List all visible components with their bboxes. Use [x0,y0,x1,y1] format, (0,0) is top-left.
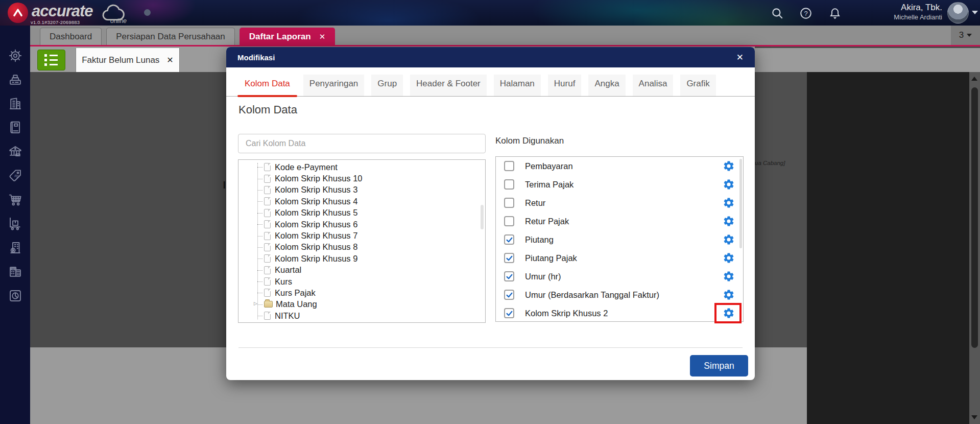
tab-faktur-belum-lunas[interactable]: Faktur Belum Lunas ✕ [76,48,180,72]
tree-item-label: Kolom Skrip Khusus 6 [275,220,357,229]
notification-bell-icon[interactable] [828,7,842,20]
tree-item-label: Mata Uang [276,299,317,309]
search-icon[interactable] [771,7,784,20]
settings-gear-icon[interactable] [8,48,23,63]
dialog-tab-analisa[interactable]: Analisa [633,75,674,96]
dialog-title: Modifikasi [237,53,275,62]
office-building-gear-icon[interactable] [8,240,23,255]
used-scrollbar-thumb[interactable] [739,159,742,248]
report-page-edge: ua Cabang] [755,72,807,347]
tree-item[interactable]: Kuartal [238,265,485,276]
used-column-row: Retur [496,194,743,212]
file-icon [264,266,271,274]
gear-wrap [723,289,735,301]
highlight-box [714,303,742,323]
dialog-tab-huruf[interactable]: Huruf [548,75,582,96]
avatar[interactable] [947,2,969,23]
dialog-tab-header-footer[interactable]: Header & Footer [410,75,487,96]
brand-name: accurate [32,2,93,20]
tax-calculator-icon[interactable]: TAX [8,264,23,279]
tree-item[interactable]: Kurs Pajak [238,287,485,298]
tab-label: Daftar Laporan [249,32,311,42]
tree-item[interactable]: Kolom Skrip Khusus 10 [238,173,485,184]
section-title: Kolom Data [238,103,297,116]
dialog-tab-angka[interactable]: Angka [588,75,625,96]
scroll-up-icon[interactable] [971,77,977,81]
close-icon[interactable]: ✕ [166,55,173,65]
user-block[interactable]: Akira, Tbk. Michelle Ardianti [894,2,942,21]
tree-item[interactable]: Kolom Skrip Khusus 9 [238,253,485,264]
checkbox-unchecked[interactable] [504,216,514,226]
checkbox-checked[interactable] [504,234,514,245]
dialog-tab-kolom-data[interactable]: Kolom Data [238,75,296,96]
journal-book-icon[interactable] [8,120,23,135]
checkbox-checked[interactable] [504,290,514,300]
tree-item[interactable]: Kolom Skrip Khusus 3 [238,184,485,196]
report-pie-chart-icon[interactable] [8,288,23,303]
column-settings-gear-icon[interactable] [723,233,735,246]
tree-item[interactable]: Kolom Skrip Khusus 6 [238,219,485,230]
hidden-tabs-count[interactable]: 3 [951,26,980,45]
used-column-label: Retur [525,198,723,208]
column-settings-gear-icon[interactable] [723,289,735,301]
column-settings-gear-icon[interactable] [723,215,735,227]
close-icon[interactable]: ✕ [736,52,744,63]
page-scrollbar[interactable] [969,72,980,424]
help-icon[interactable]: ? [799,7,812,20]
save-button[interactable]: Simpan [690,355,748,376]
tab-label: Persiapan Data Perusahaan [116,32,225,42]
price-tag-rp-icon[interactable]: Rp [8,168,23,183]
tree-item[interactable]: Kolom Skrip Khusus 5 [238,207,485,219]
checkbox-unchecked[interactable] [504,161,514,171]
tree-item[interactable]: Kurs [238,276,485,287]
tree-item[interactable]: Kode e-Payment [238,161,485,173]
column-settings-gear-icon[interactable] [723,160,735,172]
gear-wrap [723,233,735,246]
delivery-trolley-icon[interactable] [8,216,23,231]
tree-item-label: Kuartal [275,265,301,275]
file-icon [264,277,271,286]
company-building-icon[interactable] [8,96,23,111]
dialog-tab-grafik[interactable]: Grafik [680,75,715,96]
tree-item[interactable]: Kolom Skrip Khusus 8 [238,242,485,253]
tab-daftar-laporan[interactable]: Daftar Laporan✕ [240,28,336,45]
checkbox-checked[interactable] [504,253,514,263]
used-column-row: Terima Pajak [496,175,743,194]
checkbox-unchecked[interactable] [504,198,514,208]
tree-item[interactable]: NITKU [238,310,485,321]
checkbox-checked[interactable] [504,271,514,281]
search-input[interactable] [238,134,486,153]
column-settings-gear-icon[interactable] [723,197,735,209]
accurate-logo-icon[interactable] [8,3,28,23]
bank-icon[interactable] [8,144,23,159]
report-list-button[interactable] [37,50,65,70]
used-column-label: Umur (hr) [525,272,723,281]
expand-caret-icon[interactable]: ▷ [254,301,257,306]
close-icon[interactable]: ✕ [319,32,326,41]
dialog-tab-halaman[interactable]: Halaman [494,75,541,96]
used-column-label: Terima Pajak [525,180,723,190]
scroll-down-icon[interactable] [971,415,977,419]
dialog-tab-grup[interactable]: Grup [371,75,403,96]
checkbox-unchecked[interactable] [504,179,514,190]
tab-dashboard[interactable]: Dashboard [40,28,102,45]
dialog-tab-penyaringan[interactable]: Penyaringan [303,75,364,96]
chevron-down-icon[interactable] [972,11,978,14]
tree-item[interactable]: ▷Mata Uang [238,299,485,310]
column-settings-gear-icon[interactable] [723,252,735,264]
app-header: accurate online v1.0.1#3207-2069883 ? Ak… [0,0,980,26]
shopping-cart-icon[interactable] [8,192,23,207]
tree-item[interactable]: Kolom Skrip Khusus 4 [238,196,485,207]
cash-register-icon[interactable] [8,72,23,87]
column-settings-gear-icon[interactable] [723,270,735,282]
checkbox-checked[interactable] [504,308,514,318]
column-settings-gear-icon[interactable] [723,178,735,191]
tab-persiapan-data-perusahaan[interactable]: Persiapan Data Perusahaan [106,28,235,45]
brand-sub: online [110,17,127,25]
used-column-row: Kolom Skrip Khusus 2 [496,304,743,322]
available-columns-tree: Kode e-PaymentKolom Skrip Khusus 10Kolom… [238,159,486,323]
tree-item-label: Kolom Skrip Khusus 3 [275,185,357,195]
file-icon [264,209,271,217]
tree-item[interactable]: Kolom Skrip Khusus 7 [238,230,485,241]
scrollbar-thumb[interactable] [971,87,978,348]
